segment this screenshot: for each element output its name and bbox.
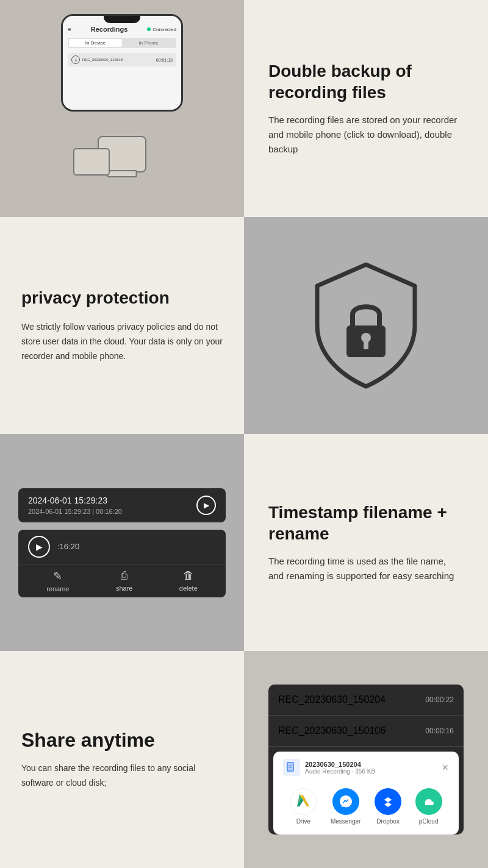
popup-close-icon[interactable]: ✕ xyxy=(442,763,449,772)
row-privacy: privacy protection We strictly follow va… xyxy=(0,217,488,434)
tab-in-device[interactable]: In Device xyxy=(69,39,122,47)
row-backup: ≡ Recordings Connected In Device In Phon… xyxy=(0,0,488,217)
phone-mockup: ≡ Recordings Connected In Device In Phon… xyxy=(61,14,183,112)
pcloud-icon xyxy=(415,788,442,815)
share-app-dropbox[interactable]: Dropbox xyxy=(375,788,401,825)
recording-card-1: 2024-06-01 15:29:23 2024-06-01 15:29:23 … xyxy=(18,488,226,522)
device-front xyxy=(73,148,110,176)
share-button[interactable]: ⎙ share xyxy=(116,569,133,592)
phone-recording-item: ⬇ REC_20230620_115818 00:01:13 xyxy=(68,53,176,66)
rename-label: rename xyxy=(46,585,69,592)
popup-filetype: Audio Recording · 356 KB xyxy=(305,768,375,775)
svg-marker-11 xyxy=(384,797,392,802)
download-icon: ⬇ xyxy=(71,55,80,64)
row-share: Share anytime You can share the recordin… xyxy=(0,651,488,868)
connected-dot xyxy=(147,27,151,31)
delete-button[interactable]: 🗑 delete xyxy=(179,569,198,592)
backup-title: Double backup of recording files xyxy=(268,60,464,103)
share-icon: ⎙ xyxy=(121,569,127,582)
messenger-label: Messenger xyxy=(331,818,361,825)
row-timestamp: 2024-06-01 15:29:23 2024-06-01 15:29:23 … xyxy=(0,434,488,651)
svg-rect-3 xyxy=(287,763,293,771)
phone-notch xyxy=(104,16,140,23)
share-rec-item-2[interactable]: REC_20230630_150106 00:00:16 xyxy=(268,716,464,747)
share-mockup-cell: REC_20230630_150204 00:00:22 REC_2023063… xyxy=(244,651,488,868)
timestamp-title: Timestamp filename + rename xyxy=(268,502,464,544)
play-button-2[interactable]: ▶ xyxy=(28,536,50,558)
phone-tabs: In Device In Phone xyxy=(68,38,176,48)
file-info: 20230630_150204 Audio Recording · 356 KB xyxy=(305,761,375,775)
share-rec-item-1[interactable]: REC_20230630_150204 00:00:22 xyxy=(268,685,464,716)
recording-duration: 00:01:13 xyxy=(156,58,173,62)
svg-rect-2 xyxy=(364,341,368,349)
dropbox-icon xyxy=(375,788,401,815)
share-rec-name-1: REC_20230630_150204 xyxy=(278,694,386,705)
tab-in-phone[interactable]: In Phone xyxy=(122,39,175,47)
devices-illustration: · · · · · · xyxy=(67,130,177,203)
recording-card-actions: ▶ :16:20 ✎ rename ⎙ share 🗑 delete xyxy=(18,530,226,597)
menu-icon: ≡ xyxy=(68,26,71,33)
backup-desc: The recording files are stored on your r… xyxy=(268,113,464,157)
dots-bottom: · · · xyxy=(73,190,96,198)
file-icon xyxy=(283,759,300,776)
share-label: share xyxy=(116,585,133,592)
share-apps-row: Drive Messenger xyxy=(283,783,449,827)
play-button-1[interactable]: ▶ xyxy=(196,496,216,515)
timestamp-text-cell: Timestamp filename + rename The recordin… xyxy=(244,434,488,651)
share-text-cell: Share anytime You can share the recordin… xyxy=(0,651,244,868)
action-time: :16:20 xyxy=(57,542,79,551)
share-rec-name-2: REC_20230630_150106 xyxy=(278,725,386,736)
timestamp-illustration-cell: 2024-06-01 15:29:23 2024-06-01 15:29:23 … xyxy=(0,434,244,651)
recording-meta-1: 2024-06-01 15:29:23 | 00:16:20 xyxy=(28,508,122,515)
rename-button[interactable]: ✎ rename xyxy=(46,569,69,592)
dropbox-label: Dropbox xyxy=(376,818,400,825)
phone-recordings-title: Recordings xyxy=(91,26,128,33)
share-app-drive[interactable]: Drive xyxy=(290,788,317,825)
delete-icon: 🗑 xyxy=(183,569,194,582)
share-title: Share anytime xyxy=(21,729,155,752)
rename-icon: ✎ xyxy=(53,569,62,583)
share-phone-screen: REC_20230630_150204 00:00:22 REC_2023063… xyxy=(268,685,464,834)
share-rec-duration-2: 00:00:16 xyxy=(425,727,454,735)
privacy-desc: We strictly follow various privacy polic… xyxy=(21,320,223,363)
privacy-shield-cell xyxy=(244,217,488,434)
drive-label: Drive xyxy=(296,818,310,825)
share-desc: You can share the recording files to any… xyxy=(21,761,223,791)
share-popup-file: 20230630_150204 Audio Recording · 356 KB xyxy=(283,759,375,776)
drive-icon xyxy=(290,788,317,815)
action-buttons-row: ✎ rename ⎙ share 🗑 delete xyxy=(18,564,226,597)
privacy-title: privacy protection xyxy=(21,288,170,308)
timestamp-desc: The recording time is used as the file n… xyxy=(268,554,464,583)
messenger-icon xyxy=(332,788,359,815)
shield-lock-icon xyxy=(305,258,427,393)
connected-label: Connected xyxy=(152,27,176,32)
share-popup-header: 20230630_150204 Audio Recording · 356 KB… xyxy=(283,759,449,776)
share-popup: 20230630_150204 Audio Recording · 356 KB… xyxy=(273,752,459,834)
privacy-text-cell: privacy protection We strictly follow va… xyxy=(0,217,244,434)
share-rec-duration-1: 00:00:22 xyxy=(425,695,454,704)
pcloud-label: pCloud xyxy=(419,818,439,825)
phone-content: ≡ Recordings Connected In Device In Phon… xyxy=(63,16,181,110)
recording-date-1: 2024-06-01 15:29:23 xyxy=(28,496,122,505)
popup-filename: 20230630_150204 xyxy=(305,761,375,768)
phone-header: ≡ Recordings Connected xyxy=(68,26,176,33)
action-main-row: ▶ :16:20 xyxy=(18,530,226,564)
recording-name: REC_20230620_115818 xyxy=(82,58,154,62)
share-app-messenger[interactable]: Messenger xyxy=(331,788,361,825)
connected-badge: Connected xyxy=(147,27,176,32)
backup-illustration-cell: ≡ Recordings Connected In Device In Phon… xyxy=(0,0,244,217)
delete-label: delete xyxy=(179,585,198,592)
share-app-pcloud[interactable]: pCloud xyxy=(415,788,442,825)
backup-text-cell: Double backup of recording files The rec… xyxy=(244,0,488,217)
